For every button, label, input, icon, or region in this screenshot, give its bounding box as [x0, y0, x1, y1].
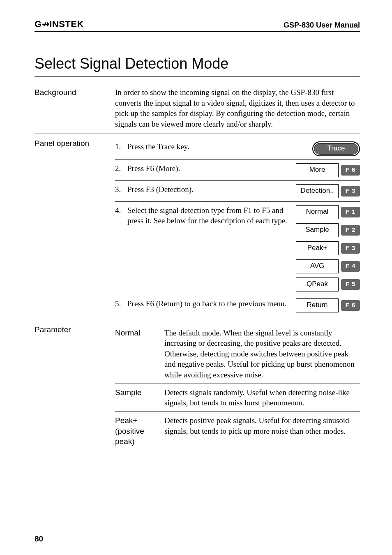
page-number: 80: [35, 534, 43, 543]
step-num: 1.: [115, 141, 127, 152]
step-num: 4.: [115, 205, 127, 226]
trace-hardkey[interactable]: Trace: [312, 141, 360, 156]
background-label: Background: [35, 87, 115, 130]
step-body: Select the signal detection type from F1…: [127, 205, 296, 226]
peakplus-softkey[interactable]: Peak+: [296, 241, 339, 255]
param-peakplus: Peak+ (positive peak) Detects positive p…: [115, 412, 360, 450]
option-sample: Sample F 2: [296, 223, 360, 237]
f6-key[interactable]: F 6: [341, 300, 360, 311]
step-num: 3.: [115, 184, 127, 195]
step-1-buttons: Trace: [312, 141, 360, 156]
param-desc: Detects signals randomly. Useful when de…: [164, 387, 360, 408]
normal-softkey[interactable]: Normal: [296, 205, 339, 219]
step-1: 1. Press the Trace key. Trace: [115, 138, 360, 160]
param-name: Sample: [115, 387, 164, 408]
option-peakplus: Peak+ F 3: [296, 241, 360, 255]
step-3: 3. Press F3 (Detection). Detection.. F 3: [115, 181, 360, 202]
sample-softkey[interactable]: Sample: [296, 223, 339, 237]
page-header: G↛INSTEK GSP-830 User Manual: [35, 19, 360, 32]
section-rule: [35, 76, 360, 77]
manual-title: GSP-830 User Manual: [284, 21, 360, 30]
panel-row: Panel operation 1. Press the Trace key. …: [35, 134, 360, 320]
param-desc: Detects positive peak signals. Useful fo…: [164, 415, 360, 447]
more-softkey[interactable]: More: [296, 163, 339, 177]
param-sample: Sample Detects signals randomly. Useful …: [115, 384, 360, 412]
step-num: 5.: [115, 298, 127, 309]
f2-key[interactable]: F 2: [341, 225, 360, 236]
option-qpeak: QPeak F 5: [296, 278, 360, 291]
option-avg: AVG F 4: [296, 259, 360, 273]
step-body: Press F3 (Detection).: [127, 184, 296, 195]
step-5: 5. Press F6 (Return) to go back to the p…: [115, 295, 360, 316]
step-body: Press the Trace key.: [127, 141, 312, 152]
return-softkey[interactable]: Return: [296, 298, 339, 312]
f5-key[interactable]: F 5: [341, 279, 360, 290]
step-body: Press F6 (More).: [127, 163, 296, 174]
section-title: Select Signal Detection Mode: [35, 55, 360, 72]
step-4: 4. Select the signal detection type from…: [115, 202, 360, 295]
avg-softkey[interactable]: AVG: [296, 259, 339, 273]
brand-logo: G↛INSTEK: [35, 19, 84, 30]
background-text: In order to show the incoming signal on …: [115, 87, 360, 130]
f3-key[interactable]: F 3: [341, 243, 360, 254]
step-4-options: Normal F 1 Sample F 2 Peak+ F 3 AVG F 4 …: [296, 205, 360, 291]
panel-label: Panel operation: [35, 138, 115, 316]
step-2: 2. Press F6 (More). More F 6: [115, 160, 360, 181]
step-num: 2.: [115, 163, 127, 174]
param-normal: Normal The default mode. When the signal…: [115, 324, 360, 384]
f1-key[interactable]: F 1: [341, 207, 360, 217]
option-normal: Normal F 1: [296, 205, 360, 219]
step-body: Press F6 (Return) to go back to the prev…: [127, 298, 296, 309]
param-desc: The default mode. When the signal level …: [164, 328, 360, 380]
parameter-list: Normal The default mode. When the signal…: [115, 324, 360, 450]
parameter-label: Parameter: [35, 324, 115, 450]
panel-steps: 1. Press the Trace key. Trace 2. Press F…: [115, 138, 360, 316]
f4-key[interactable]: F 4: [341, 261, 360, 272]
step-5-buttons: Return F 6: [296, 298, 360, 312]
qpeak-softkey[interactable]: QPeak: [296, 278, 339, 291]
parameter-row: Parameter Normal The default mode. When …: [35, 320, 360, 450]
detection-softkey[interactable]: Detection..: [296, 184, 339, 198]
f6-key[interactable]: F 6: [341, 165, 360, 176]
step-2-buttons: More F 6: [296, 163, 360, 177]
param-name: Normal: [115, 328, 164, 380]
step-3-buttons: Detection.. F 3: [296, 184, 360, 198]
f3-key[interactable]: F 3: [341, 186, 360, 197]
background-row: Background In order to show the incoming…: [35, 83, 360, 134]
param-name: Peak+ (positive peak): [115, 415, 164, 447]
